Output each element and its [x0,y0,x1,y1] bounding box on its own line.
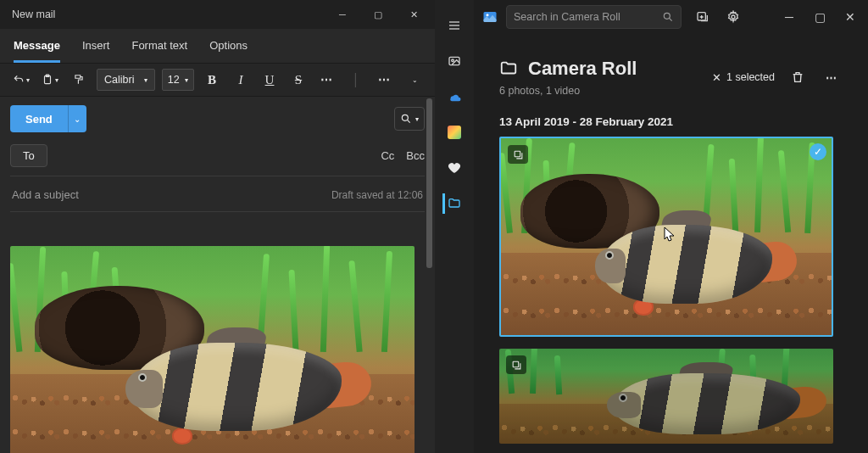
selected-check-icon[interactable]: ✓ [810,143,826,160]
close-icon: ✕ [712,71,721,84]
font-name-value: Calibri [104,74,134,86]
compose-header: Send ⌄ ▾ To Cc Bcc Add a subject Draft s… [0,97,435,212]
minimize-button[interactable]: ─ [328,3,357,26]
svg-point-8 [452,59,454,62]
send-split-button: Send ⌄ [10,105,86,132]
magnifier-icon [400,113,412,125]
sidebar-item-all-photos[interactable] [444,51,465,71]
scrollbar-thumb[interactable] [426,98,432,268]
fish-photo-content [10,246,415,453]
photos-sidebar [435,0,474,453]
strikethrough-button[interactable]: S [287,69,309,91]
hamburger-icon[interactable] [444,15,465,36]
mouse-cursor-icon [664,226,676,242]
svg-rect-16 [513,361,519,367]
photos-titlebar-right: ─ ▢ ✕ [690,4,863,30]
sidebar-item-favorites[interactable] [444,158,465,178]
stack-badge-icon [506,355,526,374]
mail-title-bar: New mail ─ ▢ ✕ [0,0,435,29]
tab-options[interactable]: Options [209,34,248,63]
svg-line-3 [407,120,409,122]
font-size-value: 12 [168,74,180,86]
photo-thumbnail-selected[interactable]: ✓ [499,137,833,337]
bcc-button[interactable]: Bcc [406,149,425,162]
inserted-image[interactable] [10,246,415,453]
mail-window-controls: ─ ▢ ✕ [328,3,428,26]
folder-title: Camera Roll [499,58,637,80]
send-row: Send ⌄ ▾ [10,105,425,132]
sidebar-item-onedrive[interactable] [444,87,465,107]
folder-heading-group: Camera Roll 6 photos, 1 video [499,58,637,97]
sidebar-item-memories[interactable] [444,122,465,143]
gradient-icon [448,126,461,139]
mail-scrollbar[interactable] [426,64,432,446]
ribbon-tabs: Message Insert Format text Options [0,29,435,63]
zoom-control[interactable]: ▾ [394,107,425,131]
close-button[interactable]: ✕ [399,3,428,26]
settings-button[interactable] [721,4,746,30]
photo-thumbnail-2[interactable] [499,349,833,444]
import-button[interactable] [690,4,715,30]
tab-insert[interactable]: Insert [82,34,110,63]
maximize-button[interactable]: ▢ [364,3,392,26]
svg-point-14 [732,15,735,19]
search-input[interactable]: Search in Camera Roll [506,5,682,29]
search-placeholder: Search in Camera Roll [514,11,655,23]
undo-button[interactable]: ▾ [10,69,32,91]
photos-main: Search in Camera Roll ─ ▢ ✕ [474,0,868,453]
photos-maximize-button[interactable]: ▢ [807,4,832,30]
selection-actions: ✕ 1 selected ⋯ [712,66,843,88]
tab-message[interactable]: Message [14,34,60,63]
cc-bcc-group: Cc Bcc [381,149,425,162]
folder-header-row: Camera Roll 6 photos, 1 video ✕ 1 select… [499,58,843,97]
photos-content: Camera Roll 6 photos, 1 video ✕ 1 select… [474,34,868,453]
stack-badge-icon [508,145,528,164]
photos-app-window: Search in Camera Roll ─ ▢ ✕ [435,0,868,453]
svg-point-10 [487,14,489,16]
svg-point-2 [402,115,408,120]
photos-app-icon [482,8,498,26]
subject-row: Add a subject Draft saved at 12:06 [10,176,425,212]
date-range-heading: 13 April 2019 - 28 February 2021 [499,115,843,128]
toolbar-overflow-button[interactable]: ⋯ [374,69,396,91]
mail-app-window: New mail ─ ▢ ✕ Message Insert Format tex… [0,0,435,453]
toolbar-expand-button[interactable]: ⌄ [403,69,425,91]
tab-format-text[interactable]: Format text [131,34,187,63]
delete-button[interactable] [787,66,809,88]
cc-button[interactable]: Cc [381,149,394,162]
sidebar-item-folders[interactable] [442,193,463,214]
photos-close-button[interactable]: ✕ [837,4,863,30]
toolbar-divider: │ [345,69,367,91]
font-size-select[interactable]: 12▾ [162,69,194,91]
formatting-toolbar: ▾ ▾ Calibri▾ 12▾ B I U S ⋯ │ ⋯ ⌄ [0,63,435,97]
search-icon [662,11,674,23]
bold-button[interactable]: B [201,69,223,91]
more-formatting-button[interactable]: ⋯ [316,69,338,91]
folder-summary: 6 photos, 1 video [499,85,637,97]
svg-point-11 [664,13,670,19]
send-button[interactable]: Send [10,105,68,132]
photos-minimize-button[interactable]: ─ [776,4,802,30]
subject-input[interactable]: Add a subject [12,188,79,201]
recipients-row: To Cc Bcc [10,144,425,176]
more-actions-button[interactable]: ⋯ [821,66,843,88]
font-name-select[interactable]: Calibri▾ [97,69,155,91]
italic-button[interactable]: I [230,69,252,91]
photos-titlebar: Search in Camera Roll ─ ▢ ✕ [474,0,868,34]
send-options-button[interactable]: ⌄ [68,105,86,132]
draft-status: Draft saved at 12:06 [331,189,423,201]
selection-count: 1 selected [726,71,775,83]
fish-photo-content-2 [499,349,833,444]
to-button[interactable]: To [10,144,47,167]
paste-button[interactable]: ▾ [39,69,61,91]
svg-rect-15 [515,151,520,157]
underline-button[interactable]: U [259,69,281,91]
thumbnail-row-2 [499,349,843,444]
folder-icon [499,59,518,78]
mail-body[interactable] [0,212,435,453]
format-painter-button[interactable] [68,69,90,91]
mail-window-title: New mail [12,8,328,20]
folder-name: Camera Roll [528,58,637,80]
clear-selection-button[interactable]: ✕ 1 selected [712,71,775,84]
svg-line-12 [669,18,671,20]
